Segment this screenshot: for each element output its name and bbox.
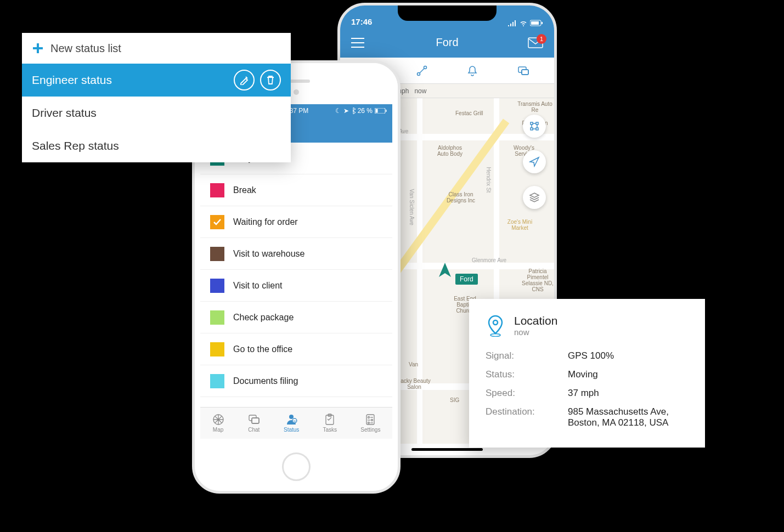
svg-point-32 [368,417,370,418]
home-indicator[interactable] [411,448,483,451]
map-street-label: Hendrix St [486,167,492,193]
location-row: Speed:37 mph [486,384,689,403]
map-poi: Zoe's Mini Market [505,219,535,231]
tab-chat[interactable]: Chat [248,414,260,433]
status-color-swatch [210,215,224,229]
status-item-label: Go to the office [233,344,292,354]
status-item-label: Check package [233,313,294,322]
status-indicators [508,20,543,26]
map-poi: Aldolphos Auto Body [433,145,466,157]
svg-rect-23 [252,418,259,423]
status-color-swatch [210,342,224,356]
tab-tasks[interactable]: Tasks [323,414,337,433]
svg-point-7 [424,66,426,69]
status-list[interactable]: BusyBreakWaiting for orderVisit to wareh… [200,143,392,397]
location-row: Destination:985 Massachusetts Ave, Bosto… [486,403,689,432]
bell-icon[interactable] [466,65,478,77]
mail-icon[interactable]: 1 [528,37,543,48]
status-item-label: Break [233,185,256,195]
status-item-label: Documents filing [233,376,298,386]
svg-point-33 [371,420,373,421]
location-row: Signal:GPS 100% [486,347,689,365]
device-notch [398,5,497,21]
svg-point-25 [289,415,294,419]
nav-bar: Ford 1 [340,27,554,58]
status-list-item[interactable]: Driver status [22,97,291,129]
map-road [417,98,422,444]
location-row-label: Status: [486,369,568,380]
menu-icon[interactable] [351,38,364,48]
tab-status[interactable]: W Status [284,414,299,433]
location-pin-icon [486,315,505,337]
tab-label: Chat [248,427,260,433]
tab-label: Map [213,427,223,433]
map-locate-button[interactable] [523,150,546,173]
tab-map[interactable]: Map [212,414,224,433]
tab-label: Tasks [323,427,337,433]
status-color-swatch [210,310,224,325]
location-card: Location now Signal:GPS 100%Status:Movin… [469,299,705,448]
status-item[interactable]: Documents filing [200,365,392,397]
edit-button[interactable] [234,70,255,90]
status-list-item-label: Sales Rep status [32,139,119,152]
map-bounds-button[interactable] [523,115,546,138]
route-icon[interactable] [416,65,428,77]
status-item[interactable]: Check package [200,302,392,333]
status-item[interactable]: Waiting for order [200,206,392,238]
location-row-label: Signal: [486,350,568,361]
svg-rect-14 [531,122,533,124]
tab-label: Status [284,427,299,433]
status-color-swatch [210,247,224,261]
svg-rect-2 [542,22,543,24]
tab-bar: Map Chat W Status Tasks Settings [200,407,392,439]
map-poi: Patricia Pimentel Selassie ND, CNS [521,268,554,292]
status-item[interactable]: Break [200,174,392,206]
svg-rect-15 [536,122,538,124]
tab-settings[interactable]: Settings [360,414,380,433]
map-street-label: Van Siclen Ave [409,189,415,225]
map-poi: Transmis Auto Re [516,101,554,113]
wifi-icon [519,20,528,26]
map-layers-button[interactable] [523,186,546,209]
map-poi: Festac Grill [455,110,483,116]
svg-rect-9 [522,70,528,75]
status-list-item-label: Engineer status [32,73,112,87]
plus-icon [32,42,44,54]
location-title: Location [514,314,557,327]
home-button[interactable] [282,452,311,481]
tab-label: Settings [360,427,380,433]
status-color-swatch [210,183,224,197]
status-list-item[interactable]: Engineer status [22,64,291,97]
location-row-label: Speed: [486,388,568,399]
delete-button[interactable] [260,70,281,90]
nav-title: Ford [340,36,554,49]
status-item[interactable]: Visit to client [200,270,392,302]
new-status-list-button[interactable]: New status list [22,33,291,64]
map-poi: SIG [450,397,459,403]
status-list-item[interactable]: Sales Rep status [22,129,291,162]
svg-point-36 [490,333,500,336]
svg-text:W: W [293,420,296,423]
map-poi: Jacky Beauty Salon [398,378,431,390]
new-status-list-label: New status list [50,42,121,55]
location-row-value: 37 mph [568,388,689,399]
battery-icon [530,20,543,26]
status-list-item-label: Driver status [32,106,97,120]
map-street-label: Glenmore Ave [472,257,506,263]
svg-point-35 [493,320,498,325]
status-item-label: Waiting for order [233,217,298,227]
location-row-value: GPS 100% [568,350,689,361]
location-row: Status:Moving [486,365,689,384]
status-item[interactable]: Visit to warehouse [200,238,392,270]
tracker-arrow-icon [439,263,451,279]
svg-point-34 [368,422,370,424]
svg-rect-17 [536,128,538,130]
location-row-value: 985 Massachusetts Ave, Boston, MA 02118,… [568,406,689,428]
tracker-label[interactable]: Ford [455,274,478,285]
chat-icon[interactable] [517,65,529,77]
status-time: 17:46 [351,17,372,26]
status-color-swatch [210,279,224,293]
status-item[interactable]: Go to the office [200,333,392,365]
location-subtitle: now [514,327,557,337]
svg-rect-16 [531,128,533,130]
